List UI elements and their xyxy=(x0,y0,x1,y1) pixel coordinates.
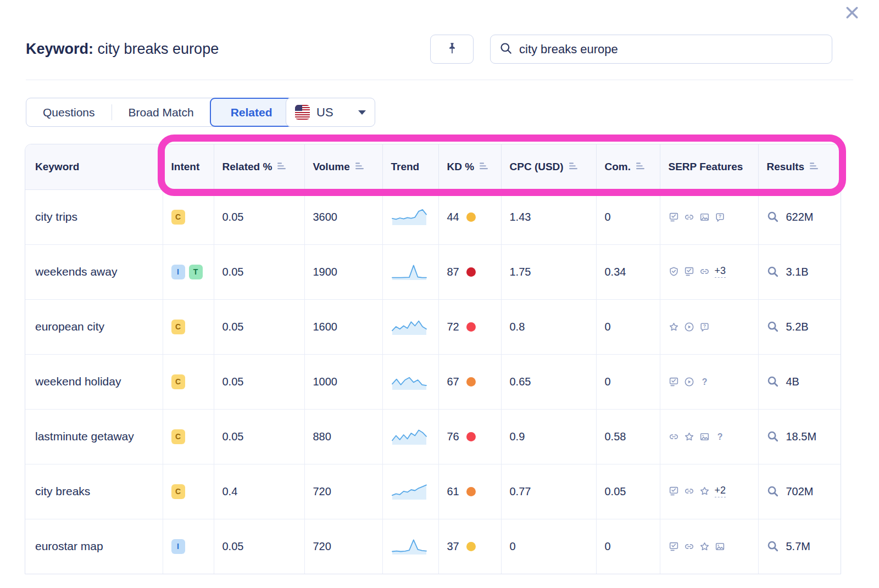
trend-cell xyxy=(382,409,438,464)
column-header-kd[interactable]: KD % xyxy=(438,144,501,189)
keyword-link[interactable]: city breaks xyxy=(35,485,90,497)
kd-cell: 72 xyxy=(438,299,501,354)
results-link[interactable]: 622M xyxy=(767,211,842,223)
kd-cell: 67 xyxy=(438,354,501,409)
column-label: Volume xyxy=(313,161,350,173)
column-label: Com. xyxy=(605,161,631,173)
cpc-cell: 0.65 xyxy=(501,354,596,409)
keyword-link[interactable]: weekends away xyxy=(35,265,117,278)
column-label: SERP Features xyxy=(669,161,743,173)
keyword-link[interactable]: city trips xyxy=(35,210,77,223)
cpc-cell: 1.75 xyxy=(501,244,596,299)
column-label: KD % xyxy=(447,161,475,173)
tab-broad-match[interactable]: Broad Match xyxy=(112,98,210,126)
results-link[interactable]: 4B xyxy=(767,376,842,388)
trend-sparkline xyxy=(391,534,427,556)
intent-cell: C xyxy=(163,409,214,464)
column-header-cpc[interactable]: CPC (USD) xyxy=(501,144,596,189)
column-header-volume[interactable]: Volume xyxy=(304,144,382,189)
column-label: Intent xyxy=(171,161,200,173)
match-type-tabs: Questions Broad Match Related xyxy=(26,98,293,127)
pushpin-icon xyxy=(445,41,459,58)
volume-cell: 720 xyxy=(304,464,382,519)
video-icon xyxy=(684,322,694,332)
volume-cell: 1600 xyxy=(304,299,382,354)
tab-related[interactable]: Related xyxy=(210,98,293,127)
keyword-search-box xyxy=(490,35,832,64)
close-icon[interactable] xyxy=(844,4,860,21)
column-header-serp: SERP Features xyxy=(660,144,758,189)
related-cell: 0.05 xyxy=(214,409,304,464)
column-header-related[interactable]: Related % xyxy=(214,144,304,189)
column-header-keyword: Keyword xyxy=(25,144,163,189)
results-link[interactable]: 5.2B xyxy=(767,321,842,333)
keyword-link[interactable]: european city xyxy=(35,320,104,333)
tab-questions[interactable]: Questions xyxy=(26,98,112,126)
trend-sparkline xyxy=(391,205,427,227)
column-header-com[interactable]: Com. xyxy=(596,144,660,189)
table-row: european cityC0.051600720.80?5.2B xyxy=(25,299,841,354)
magnifier-icon xyxy=(767,376,779,388)
results-cell: 4B xyxy=(758,354,841,409)
image-pack-icon xyxy=(699,212,710,222)
kd-cell: 61 xyxy=(438,464,501,519)
pin-button[interactable] xyxy=(430,35,474,64)
intent-cell: I xyxy=(163,519,214,574)
sort-icon[interactable] xyxy=(636,161,645,173)
cpc-cell: 0.8 xyxy=(501,299,596,354)
sort-icon[interactable] xyxy=(277,161,286,173)
keyword-cell: lastminute getaway xyxy=(25,409,163,464)
trend-cell xyxy=(382,189,438,244)
keyword-search-input[interactable] xyxy=(519,42,823,57)
volume-cell: 3600 xyxy=(304,189,382,244)
results-cell: 3.1B xyxy=(758,244,841,299)
keyword-link[interactable]: lastminute getaway xyxy=(35,430,134,443)
serp-more-badge[interactable]: +2 xyxy=(715,485,726,498)
sort-icon[interactable] xyxy=(569,161,578,173)
sort-icon[interactable] xyxy=(355,161,364,173)
intent-cell: IT xyxy=(163,244,214,299)
intent-badge-c: C xyxy=(171,374,185,389)
svg-text:?: ? xyxy=(718,214,721,219)
bubble-question-icon: ? xyxy=(715,212,725,222)
serp-features-cell: +2 xyxy=(660,464,758,519)
intent-cell: C xyxy=(163,354,214,409)
kd-difficulty-dot xyxy=(466,267,476,277)
keyword-link[interactable]: eurostar map xyxy=(35,540,103,552)
magnifier-icon xyxy=(767,321,779,333)
results-cell: 18.5M xyxy=(758,409,841,464)
sort-icon[interactable] xyxy=(479,161,488,173)
svg-text:?: ? xyxy=(702,377,707,386)
magnifier-icon xyxy=(767,211,779,223)
serp-more-badge[interactable]: +3 xyxy=(715,266,726,278)
intent-badge-i: I xyxy=(171,265,185,279)
keyword-cell: weekend holiday xyxy=(25,354,163,409)
column-header-results[interactable]: Results xyxy=(758,144,841,189)
magnifier-icon xyxy=(767,485,779,497)
related-cell: 0.05 xyxy=(214,519,304,574)
keyword-link[interactable]: weekend holiday xyxy=(35,375,121,388)
sitelinks-icon xyxy=(684,541,694,552)
keyword-cell: weekends away xyxy=(25,244,163,299)
trend-cell xyxy=(382,299,438,354)
serp-features-cell: ? xyxy=(660,354,758,409)
related-cell: 0.05 xyxy=(214,244,304,299)
table-row: lastminute getawayC0.05880760.90.58?18.5… xyxy=(25,409,841,464)
trend-cell xyxy=(382,464,438,519)
sort-icon[interactable] xyxy=(809,161,819,173)
intent-badge-c: C xyxy=(171,429,185,444)
serp-features-cell: ? xyxy=(660,299,758,354)
table-row: city tripsC0.053600441.430?622M xyxy=(25,189,841,244)
com-cell: 0.58 xyxy=(596,409,660,464)
column-label: CPC (USD) xyxy=(510,161,564,173)
results-link[interactable]: 18.5M xyxy=(767,430,842,443)
related-cell: 0.05 xyxy=(214,354,304,409)
country-label: US xyxy=(316,105,352,120)
results-link[interactable]: 702M xyxy=(767,485,842,498)
results-link[interactable]: 3.1B xyxy=(767,266,842,278)
serp-features-cell xyxy=(660,519,758,574)
country-selector[interactable]: US xyxy=(286,98,375,127)
results-link[interactable]: 5.7M xyxy=(767,540,842,553)
table-row: weekends awayIT0.051900871.750.34+33.1B xyxy=(25,244,841,299)
volume-cell: 1900 xyxy=(304,244,382,299)
